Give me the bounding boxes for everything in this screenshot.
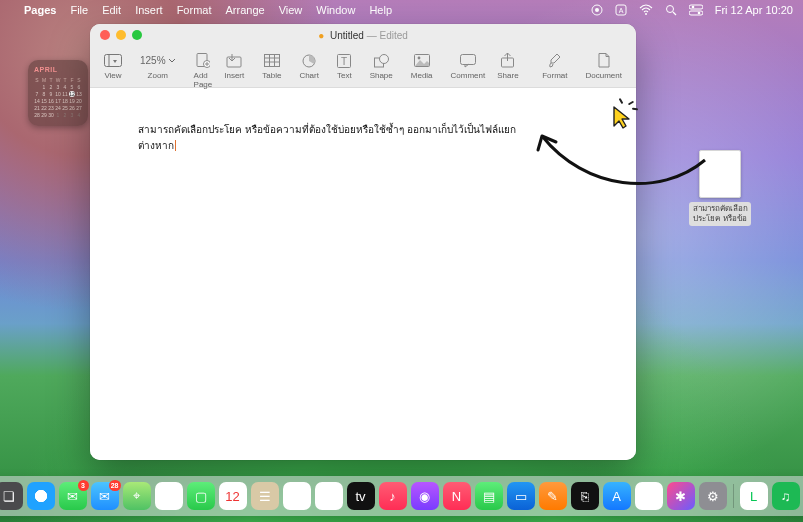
screen-record-icon[interactable] (591, 4, 603, 16)
svg-point-4 (645, 13, 647, 15)
document-text-line1: สามารถคัดเลือกประโยค หรือข้อความที่ต้องใ… (138, 124, 516, 135)
media-icon (414, 52, 430, 69)
dock-podcasts[interactable]: ◉ (411, 482, 439, 510)
zoom-control[interactable]: 125% Zoom (134, 50, 182, 91)
calendar-widget[interactable]: APRIL SMTWTFS123456789101112131415161718… (28, 60, 88, 126)
dock-contacts[interactable]: ☰ (251, 482, 279, 510)
dock-messages[interactable]: ✉3 (59, 482, 87, 510)
svg-rect-11 (105, 55, 122, 67)
svg-point-1 (595, 8, 599, 12)
menubar-clock[interactable]: Fri 12 Apr 10:20 (715, 4, 793, 16)
dock-shortcuts[interactable]: ✱ (667, 482, 695, 510)
system-menubar: Pages File Edit Insert Format Arrange Vi… (0, 0, 803, 20)
dock-pages[interactable]: ✎ (539, 482, 567, 510)
window-traffic-lights (100, 30, 142, 40)
pages-toolbar: View 125% Zoom Add Page Insert Table (90, 46, 636, 88)
document-title[interactable]: Untitled (330, 30, 364, 41)
app-name-menu[interactable]: Pages (24, 4, 56, 16)
document-page[interactable]: สามารถคัดเลือกประโยค หรือข้อความที่ต้องใ… (90, 88, 636, 460)
dock-facetime[interactable]: ▢ (187, 482, 215, 510)
document-state: — Edited (367, 30, 408, 41)
text-icon: T (337, 52, 351, 69)
menu-arrange[interactable]: Arrange (225, 4, 264, 16)
svg-text:A: A (618, 7, 623, 14)
menu-view[interactable]: View (279, 4, 303, 16)
zoom-button[interactable] (132, 30, 142, 40)
svg-point-10 (697, 12, 700, 15)
add-page-icon (196, 52, 210, 69)
menu-window[interactable]: Window (316, 4, 355, 16)
add-page-button[interactable]: Add Page (188, 50, 219, 91)
dock-mission-control[interactable]: ❏ (0, 482, 23, 510)
dock-find-my[interactable]: ◎ (635, 482, 663, 510)
svg-point-5 (666, 6, 673, 13)
file-thumbnail-icon (699, 150, 741, 198)
dock-appstore[interactable]: A (603, 482, 631, 510)
document-button[interactable]: Document (580, 50, 628, 82)
insert-button[interactable]: Insert (218, 50, 250, 82)
calendar-month: APRIL (34, 66, 82, 73)
document-modified-dot: ● (318, 30, 324, 41)
menu-edit[interactable]: Edit (102, 4, 121, 16)
document-text-line2: ต่างหาก (138, 140, 174, 151)
dock-notes[interactable]: ≡ (315, 482, 343, 510)
pages-window: ● Untitled — Edited View 125% Zoom Add P… (90, 24, 636, 460)
dock-maps[interactable]: ⌖ (123, 482, 151, 510)
svg-point-8 (691, 6, 694, 9)
svg-point-30 (417, 57, 420, 60)
dock-mail[interactable]: ✉28 (91, 482, 119, 510)
brush-icon (548, 52, 562, 69)
chart-icon (301, 52, 317, 69)
document-icon (598, 52, 610, 69)
dock-calendar[interactable]: 12 (219, 482, 247, 510)
shape-button[interactable]: Shape (364, 50, 399, 82)
media-button[interactable]: Media (405, 50, 439, 82)
dock-safari[interactable]: ✦ (27, 482, 55, 510)
table-icon (264, 52, 280, 69)
wifi-icon[interactable] (639, 4, 653, 16)
format-button[interactable]: Format (536, 50, 573, 82)
dock-music[interactable]: ♪ (379, 482, 407, 510)
document-canvas[interactable]: สามารถคัดเลือกประโยค หรือข้อความที่ต้องใ… (90, 88, 636, 460)
dock: ☺▦❏✦✉3✉28⌖✿▢12☰≣≡tv♪◉N▤▭✎⎘A◎✱⚙L♫⬇🗑 (0, 476, 803, 516)
svg-rect-9 (689, 11, 703, 15)
table-button[interactable]: Table (256, 50, 287, 82)
menu-help[interactable]: Help (369, 4, 392, 16)
menu-format[interactable]: Format (177, 4, 212, 16)
menu-file[interactable]: File (70, 4, 88, 16)
dock-voice[interactable]: ⎘ (571, 482, 599, 510)
dock-reminders[interactable]: ≣ (283, 482, 311, 510)
sidebar-icon (104, 52, 122, 69)
menu-insert[interactable]: Insert (135, 4, 163, 16)
window-titlebar[interactable]: ● Untitled — Edited (90, 24, 636, 46)
svg-line-6 (673, 12, 676, 15)
close-button[interactable] (100, 30, 110, 40)
minimize-button[interactable] (116, 30, 126, 40)
share-button[interactable]: Share (491, 50, 524, 82)
text-cursor (175, 140, 176, 151)
comment-icon (460, 52, 476, 69)
comment-button[interactable]: Comment (445, 50, 492, 82)
dock-spotify[interactable]: ♫ (772, 482, 800, 510)
svg-text:T: T (341, 56, 347, 67)
dock-photos[interactable]: ✿ (155, 482, 183, 510)
shape-icon (374, 52, 389, 69)
svg-rect-7 (689, 5, 703, 9)
view-button[interactable]: View (98, 50, 128, 91)
input-source-icon[interactable]: A (615, 4, 627, 16)
dock-settings[interactable]: ⚙ (699, 482, 727, 510)
dock-separator (733, 484, 734, 508)
desktop-file-label: สามารถคัดเลือกประโยค หรือข้อ (689, 202, 751, 226)
dock-numbers[interactable]: ▤ (475, 482, 503, 510)
dock-keynote[interactable]: ▭ (507, 482, 535, 510)
desktop-file[interactable]: สามารถคัดเลือกประโยค หรือข้อ (689, 150, 751, 226)
svg-rect-31 (460, 54, 475, 64)
text-button[interactable]: T Text (331, 50, 358, 82)
chart-button[interactable]: Chart (293, 50, 325, 82)
control-center-icon[interactable] (689, 4, 703, 16)
share-icon (501, 52, 514, 69)
dock-news[interactable]: N (443, 482, 471, 510)
dock-line[interactable]: L (740, 482, 768, 510)
dock-tv[interactable]: tv (347, 482, 375, 510)
spotlight-icon[interactable] (665, 4, 677, 16)
